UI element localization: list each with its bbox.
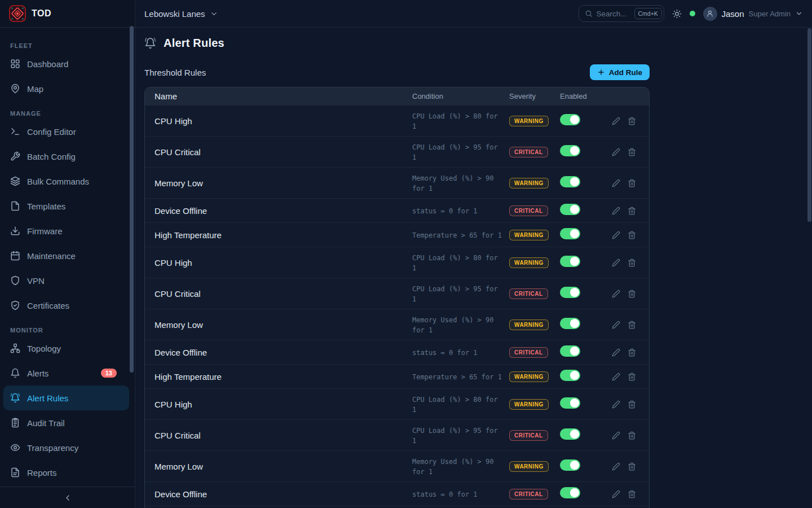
edit-button[interactable] [612, 321, 620, 329]
table-header: Name Condition Severity Enabled [145, 87, 649, 105]
rule-condition: status = 0 for 1 [412, 491, 478, 498]
sidebar-item-vpn[interactable]: VPN [3, 268, 129, 293]
pencil-icon [612, 207, 620, 215]
sidebar-item-maintenance[interactable]: Maintenance [3, 243, 129, 268]
sidebar-item-reports[interactable]: Reports [3, 460, 129, 485]
enabled-toggle[interactable] [560, 370, 580, 381]
delete-button[interactable] [628, 373, 636, 381]
enabled-toggle[interactable] [560, 176, 580, 187]
sidebar-item-alerts[interactable]: Alerts 13 [3, 361, 129, 386]
shield-icon [10, 275, 20, 286]
delete-button[interactable] [628, 179, 636, 187]
enabled-toggle[interactable] [560, 345, 580, 357]
pencil-icon [612, 373, 620, 381]
edit-button[interactable] [612, 117, 620, 125]
rule-condition: CPU Load (%) > 95 for 1 [412, 285, 498, 303]
enabled-toggle[interactable] [560, 487, 580, 498]
enabled-toggle[interactable] [560, 459, 580, 471]
severity-badge: WARNING [509, 178, 549, 189]
main-scrollbar-thumb[interactable] [807, 28, 811, 222]
enabled-toggle[interactable] [560, 287, 580, 298]
pencil-icon [612, 348, 620, 357]
calendar-icon [10, 251, 20, 261]
plus-icon [597, 68, 605, 76]
rule-name: CPU High [145, 400, 412, 409]
sidebar-item-audit-trail[interactable]: Audit Trail [3, 410, 129, 435]
delete-button[interactable] [628, 117, 636, 125]
user-menu[interactable]: Jason Super Admin [703, 7, 803, 21]
edit-button[interactable] [612, 373, 620, 381]
edit-button[interactable] [612, 259, 620, 267]
enabled-toggle[interactable] [560, 145, 580, 156]
severity-badge: WARNING [509, 461, 549, 472]
delete-button[interactable] [628, 290, 636, 298]
sidebar-collapse-button[interactable] [63, 493, 72, 502]
severity-badge: CRITICAL [509, 205, 548, 216]
edit-button[interactable] [612, 462, 620, 471]
add-rule-button[interactable]: Add Rule [590, 64, 650, 80]
delete-button[interactable] [628, 259, 636, 267]
network-icon [10, 343, 20, 353]
alert-count-badge: 13 [101, 369, 117, 378]
delete-button[interactable] [628, 207, 636, 215]
table-row: CPU Critical CPU Load (%) > 95 for 1 CRI… [145, 136, 649, 167]
sidebar-item-templates[interactable]: Templates [3, 194, 129, 218]
user-name: Jason [722, 9, 744, 19]
sidebar-item-dashboard[interactable]: Dashboard [3, 51, 129, 76]
org-switcher[interactable]: Lebowski Lanes [144, 9, 218, 19]
edit-button[interactable] [612, 231, 620, 239]
delete-button[interactable] [628, 431, 636, 440]
rule-name: Device Offline [145, 489, 412, 499]
theme-toggle-button[interactable] [672, 9, 682, 19]
delete-button[interactable] [628, 321, 636, 329]
rule-name: Memory Low [145, 462, 412, 471]
enabled-toggle[interactable] [560, 228, 580, 239]
enabled-toggle[interactable] [560, 114, 580, 125]
sidebar-item-firmware[interactable]: Firmware [3, 218, 129, 243]
rule-name: Memory Low [145, 320, 412, 330]
enabled-toggle[interactable] [560, 204, 580, 215]
sidebar-item-config-editor[interactable]: Config Editor [3, 119, 129, 144]
rule-condition: status = 0 for 1 [412, 349, 478, 357]
enabled-toggle[interactable] [560, 256, 580, 267]
wrench-icon [10, 151, 20, 161]
sidebar-item-bulk-commands[interactable]: Bulk Commands [3, 169, 129, 194]
rule-condition: CPU Load (%) > 95 for 1 [412, 427, 498, 445]
sidebar-item-batch-config[interactable]: Batch Config [3, 144, 129, 169]
enabled-toggle[interactable] [560, 397, 580, 409]
sidebar-item-transparency[interactable]: Transparency [3, 435, 129, 460]
user-role: Super Admin [749, 10, 791, 18]
edit-button[interactable] [612, 431, 620, 440]
sidebar-scrollbar[interactable] [130, 26, 134, 373]
trash-icon [628, 231, 636, 239]
delete-button[interactable] [628, 148, 636, 156]
sidebar-item-topology[interactable]: Topology [3, 336, 129, 361]
pencil-icon [612, 231, 620, 239]
enabled-toggle[interactable] [560, 318, 580, 329]
delete-button[interactable] [628, 348, 636, 357]
delete-button[interactable] [628, 490, 636, 498]
enabled-toggle[interactable] [560, 428, 580, 440]
shield-check-icon [10, 300, 20, 310]
edit-button[interactable] [612, 179, 620, 187]
rule-name: Device Offline [145, 206, 412, 216]
edit-button[interactable] [612, 207, 620, 215]
delete-button[interactable] [628, 462, 636, 471]
sidebar-item-map[interactable]: Map [3, 76, 129, 101]
edit-button[interactable] [612, 148, 620, 156]
search-input[interactable] [597, 10, 630, 18]
edit-button[interactable] [612, 290, 620, 298]
edit-button[interactable] [612, 490, 620, 498]
edit-button[interactable] [612, 348, 620, 357]
table-row: Memory Low Memory Used (%) > 90 for 1 WA… [145, 309, 649, 340]
severity-badge: WARNING [509, 319, 549, 330]
sidebar-item-alert-rules[interactable]: Alert Rules [3, 386, 129, 410]
sidebar-item-certificates[interactable]: Certificates [3, 293, 129, 318]
trash-icon [628, 117, 636, 125]
delete-button[interactable] [628, 400, 636, 409]
trash-icon [628, 321, 636, 329]
edit-button[interactable] [612, 400, 620, 409]
eye-icon [10, 443, 20, 453]
delete-button[interactable] [628, 231, 636, 239]
search-box[interactable]: Cmd+K [579, 5, 664, 22]
